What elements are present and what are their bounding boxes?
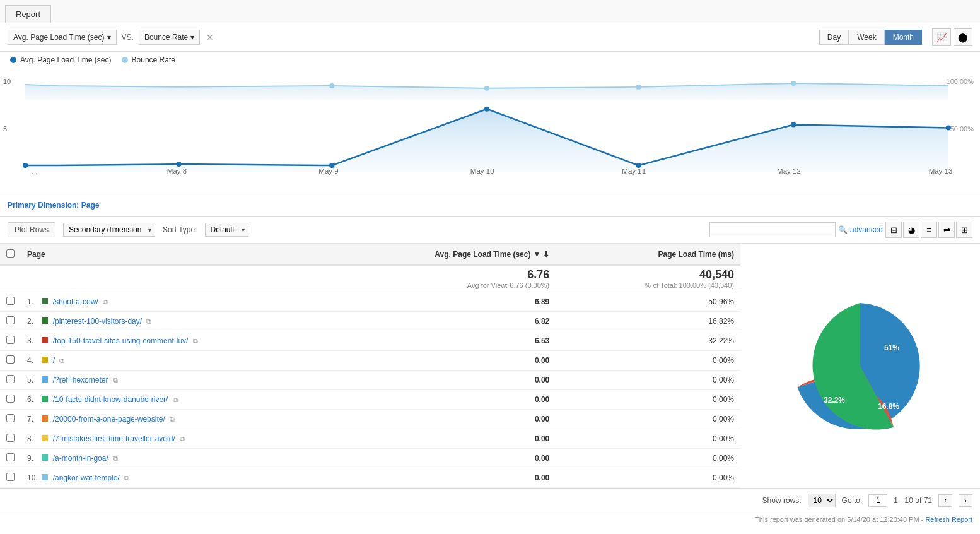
row-9-link[interactable]: /a-month-in-goa/ xyxy=(53,454,108,463)
legend-label-2: Bounce Rate xyxy=(132,56,175,64)
compare-view-button[interactable]: ⇌ xyxy=(938,222,955,238)
pie-chart-button[interactable]: ⬤ xyxy=(954,28,972,46)
row-4-link[interactable]: / xyxy=(53,356,55,365)
week-button[interactable]: Week xyxy=(849,30,884,45)
table-row: 8. /7-mistakes-first-time-traveller-avoi… xyxy=(0,429,740,449)
y-right-label-100: 100.00% xyxy=(947,78,974,85)
prev-page-button[interactable]: ‹ xyxy=(938,494,952,507)
row-10-checkbox[interactable] xyxy=(6,473,15,481)
row-5-link[interactable]: /?ref=hexometer xyxy=(53,376,108,384)
report-tab[interactable]: Report xyxy=(5,5,51,23)
row-3-load-ms: 32.22% xyxy=(556,331,740,351)
row-9-external-icon[interactable]: ⧉ xyxy=(113,454,118,462)
legend-dot-2 xyxy=(122,57,128,63)
show-rows-select[interactable]: 10 xyxy=(808,494,836,507)
row-1-checkbox[interactable] xyxy=(6,297,15,305)
select-all-header[interactable] xyxy=(0,244,21,266)
row-9-load-ms: 0.00% xyxy=(556,449,740,468)
refresh-link[interactable]: Refresh Report xyxy=(925,516,972,523)
row-7-color xyxy=(42,415,48,422)
row-8-page: 8. /7-mistakes-first-time-traveller-avoi… xyxy=(21,429,337,449)
row-4-checkbox[interactable] xyxy=(6,355,15,364)
row-9-checkbox[interactable] xyxy=(6,453,15,461)
row-2-checkbox[interactable] xyxy=(6,316,15,324)
row-3-link[interactable]: /top-150-travel-sites-using-comment-luv/ xyxy=(53,336,189,345)
row-8-checkbox[interactable] xyxy=(6,434,15,442)
table-row: 3. /top-150-travel-sites-using-comment-l… xyxy=(0,331,740,351)
primary-dimension-bar: Primary Dimension: Page xyxy=(0,194,980,217)
time-period-selector: Day Week Month xyxy=(819,30,922,45)
secondary-dimension-select[interactable]: Secondary dimension xyxy=(63,223,155,237)
sort-type-label: Sort Type: xyxy=(163,225,197,234)
primary-dimension-value[interactable]: Page xyxy=(81,201,100,210)
row-8-external-icon[interactable]: ⧉ xyxy=(180,435,185,442)
metric2-selector[interactable]: Bounce Rate ▾ xyxy=(139,30,200,45)
row-5-external-icon[interactable]: ⧉ xyxy=(113,376,118,384)
row-5-page: 5. /?ref=hexometer ⧉ xyxy=(21,371,337,390)
averages-row: 6.76 Avg for View: 6.76 (0.00%) 40,540 %… xyxy=(0,265,740,292)
table-row: 6. /10-facts-didnt-know-danube-river/ ⧉ … xyxy=(0,390,740,410)
month-button[interactable]: Month xyxy=(885,30,922,45)
secondary-dimension-wrapper[interactable]: Secondary dimension ▾ xyxy=(63,223,155,237)
row-6-load-ms: 0.00% xyxy=(556,390,740,410)
day-button[interactable]: Day xyxy=(819,30,849,45)
row-7-link[interactable]: /20000-from-a-one-page-website/ xyxy=(53,415,165,424)
sort-type-wrapper[interactable]: Default ▾ xyxy=(205,223,248,237)
row-2-num: 2. xyxy=(27,317,40,326)
grid-view-button[interactable]: ⊞ xyxy=(885,222,902,238)
table-row: 2. /pinterest-100-visitors-day/ ⧉ 6.82 1… xyxy=(0,312,740,331)
row-10-num: 10. xyxy=(27,473,40,482)
row-6-checkbox[interactable] xyxy=(6,395,15,403)
row-8-load-ms: 0.00% xyxy=(556,429,740,449)
chart-type-buttons: 📈 ⬤ xyxy=(932,28,972,46)
row-3-external-icon[interactable]: ⧉ xyxy=(193,337,198,345)
plot-rows-button[interactable]: Plot Rows xyxy=(8,222,55,237)
row-1-external-icon[interactable]: ⧉ xyxy=(103,298,108,306)
goto-label: Go to: xyxy=(842,496,863,505)
search-icon[interactable]: 🔍 xyxy=(838,225,848,234)
y-right-label-50: 50.00% xyxy=(950,125,974,133)
row-9-page: 9. /a-month-in-goa/ ⧉ xyxy=(21,449,337,468)
row-3-page: 3. /top-150-travel-sites-using-comment-l… xyxy=(21,331,337,351)
sort-type-select[interactable]: Default xyxy=(205,223,248,237)
row-6-link[interactable]: /10-facts-didnt-know-danube-river/ xyxy=(53,395,168,404)
data-point xyxy=(791,122,796,128)
avg-load-time-header[interactable]: Avg. Page Load Time (sec) ▼ ⬇ xyxy=(337,244,556,266)
pie-label-3: 16.8% xyxy=(878,402,899,411)
select-all-checkbox[interactable] xyxy=(6,249,15,258)
row-8-link[interactable]: /7-mistakes-first-time-traveller-avoid/ xyxy=(53,434,175,443)
row-5-checkbox[interactable] xyxy=(6,375,15,383)
search-input[interactable] xyxy=(709,222,836,237)
goto-input[interactable] xyxy=(868,494,887,507)
row-7-checkbox[interactable] xyxy=(6,414,15,422)
row-5-color xyxy=(42,376,48,383)
row-2-external-icon[interactable]: ⧉ xyxy=(146,317,151,325)
pivot-view-button[interactable]: ⊞ xyxy=(956,222,972,238)
row-6-external-icon[interactable]: ⧉ xyxy=(173,396,178,403)
row-2-link[interactable]: /pinterest-100-visitors-day/ xyxy=(53,317,142,326)
row-10-external-icon[interactable]: ⧉ xyxy=(124,474,129,482)
row-3-checkbox[interactable] xyxy=(6,336,15,344)
next-page-button[interactable]: › xyxy=(959,494,972,507)
metric1-selector[interactable]: Avg. Page Load Time (sec) ▾ xyxy=(8,30,117,45)
row-3-color xyxy=(42,337,48,343)
row-6-color xyxy=(42,396,48,402)
row-4-avg-load: 0.00 xyxy=(337,351,556,371)
x-label-may11: May 11 xyxy=(622,167,646,175)
remove-metric-button[interactable]: ✕ xyxy=(205,32,215,42)
row-9-num: 9. xyxy=(27,454,40,463)
advanced-link[interactable]: advanced xyxy=(850,225,883,234)
pie-view-button[interactable]: ◕ xyxy=(903,222,919,238)
row-1-link[interactable]: /shoot-a-cow/ xyxy=(53,297,98,306)
line-chart-button[interactable]: 📈 xyxy=(932,28,951,46)
row-2-color xyxy=(42,317,48,324)
row-7-page: 7. /20000-from-a-one-page-website/ ⧉ xyxy=(21,410,337,429)
row-10-link[interactable]: /angkor-wat-temple/ xyxy=(53,473,120,482)
row-4-external-icon[interactable]: ⧉ xyxy=(59,357,64,364)
row-7-external-icon[interactable]: ⧉ xyxy=(170,415,175,423)
sort-arrow-icon: ▼ xyxy=(533,250,540,259)
row-6-page: 6. /10-facts-didnt-know-danube-river/ ⧉ xyxy=(21,390,337,410)
table-row: 4. / ⧉ 0.00 0.00% xyxy=(0,351,740,371)
list-view-button[interactable]: ≡ xyxy=(921,222,937,238)
row-9-avg-load: 0.00 xyxy=(337,449,556,468)
